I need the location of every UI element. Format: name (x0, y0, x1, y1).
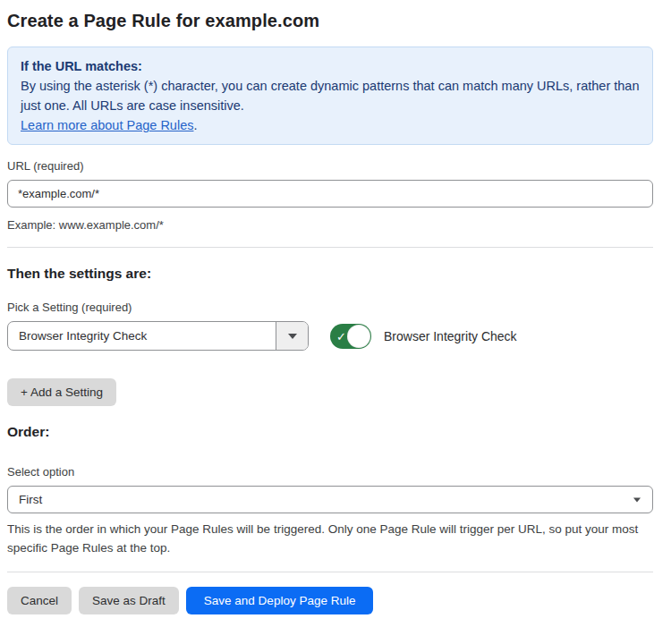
page-title: Create a Page Rule for example.com (7, 11, 653, 31)
setting-row: Browser Integrity Check ✓ Browser Integr… (7, 321, 653, 351)
check-icon: ✓ (336, 330, 346, 342)
toggle-knob (347, 325, 370, 348)
info-box-heading: If the URL matches: (21, 56, 640, 76)
save-and-deploy-button[interactable]: Save and Deploy Page Rule (186, 587, 374, 614)
cancel-button[interactable]: Cancel (7, 587, 72, 614)
link-period: . (193, 118, 197, 132)
url-example-helper: Example: www.example.com/* (7, 216, 653, 234)
pick-setting-label: Pick a Setting (required) (7, 301, 653, 314)
order-helper-text: This is the order in which your Page Rul… (7, 520, 653, 557)
section-divider-top (7, 247, 653, 248)
info-box-link-line: Learn more about Page Rules. (21, 115, 640, 135)
order-select-value: First (19, 493, 42, 506)
chevron-down-icon (288, 334, 297, 339)
learn-more-link[interactable]: Learn more about Page Rules (21, 118, 193, 132)
setting-select-arrow-button[interactable] (276, 322, 308, 350)
url-input[interactable] (7, 180, 653, 208)
toggle-label: Browser Integrity Check (384, 329, 517, 343)
chevron-down-icon (633, 497, 641, 502)
order-select-label: Select option (7, 465, 653, 479)
add-setting-button[interactable]: + Add a Setting (7, 378, 116, 406)
url-match-info-box: If the URL matches: By using the asteris… (7, 47, 653, 145)
browser-integrity-check-toggle[interactable]: ✓ (330, 324, 371, 349)
url-field-label: URL (required) (7, 159, 653, 173)
setting-select-value: Browser Integrity Check (8, 322, 276, 350)
order-select[interactable]: First (7, 486, 653, 513)
footer-actions: Cancel Save as Draft Save and Deploy Pag… (7, 587, 653, 614)
save-as-draft-button[interactable]: Save as Draft (79, 587, 179, 614)
section-divider-bottom (7, 572, 653, 572)
setting-select[interactable]: Browser Integrity Check (7, 321, 309, 351)
settings-section-heading: Then the settings are: (7, 266, 653, 282)
order-section-heading: Order: (7, 424, 653, 440)
info-box-body: By using the asterisk (*) character, you… (21, 76, 640, 115)
create-page-rule-form: Create a Page Rule for example.com If th… (0, 0, 671, 632)
